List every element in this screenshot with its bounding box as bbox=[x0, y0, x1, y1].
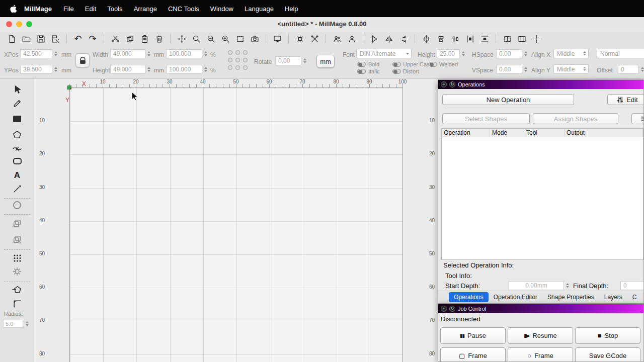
align-vertical-icon[interactable] bbox=[450, 33, 461, 45]
scale-height-stepper[interactable] bbox=[203, 65, 208, 74]
menu-tools[interactable]: Tools bbox=[102, 0, 128, 17]
delete-icon[interactable] bbox=[153, 33, 165, 45]
column-operation[interactable]: Operation bbox=[442, 129, 490, 137]
users-icon[interactable] bbox=[332, 33, 343, 45]
xpos-stepper[interactable] bbox=[53, 49, 58, 58]
array-tool-icon[interactable] bbox=[0, 253, 34, 263]
distribute-horizontal-icon[interactable] bbox=[464, 33, 475, 45]
close-panel-icon[interactable]: × bbox=[441, 306, 447, 312]
save-as-icon[interactable] bbox=[50, 33, 61, 45]
width-stepper[interactable] bbox=[146, 49, 151, 58]
close-panel-icon[interactable]: × bbox=[441, 81, 447, 87]
aspect-lock-button[interactable] bbox=[75, 53, 90, 67]
snap-grid-icon[interactable] bbox=[502, 33, 513, 45]
offset-stepper[interactable] bbox=[639, 65, 644, 74]
apple-menu-icon[interactable] bbox=[6, 5, 20, 13]
center-point-icon[interactable] bbox=[421, 33, 432, 45]
height-field[interactable]: 49.000 bbox=[110, 65, 145, 74]
distribute-vertical-icon[interactable] bbox=[479, 33, 490, 45]
save-gcode-button[interactable]: Save GCode bbox=[575, 347, 640, 362]
radius-stepper[interactable] bbox=[24, 319, 30, 328]
gear-tool-icon[interactable] bbox=[0, 266, 34, 277]
zoom-icon[interactable] bbox=[191, 33, 202, 45]
select-shapes-button[interactable]: Select Shapes bbox=[442, 113, 530, 124]
rounded-rect-tool-icon[interactable] bbox=[0, 158, 34, 164]
menu-app-name[interactable]: MillMage bbox=[20, 5, 58, 13]
font-dropdown[interactable]: DIN Alternate bbox=[356, 49, 412, 58]
bold-toggle[interactable] bbox=[357, 62, 366, 67]
rectangle-tool-icon[interactable] bbox=[0, 116, 34, 122]
settings-gear-icon[interactable] bbox=[294, 33, 305, 45]
tab-cut-off[interactable]: C bbox=[627, 292, 642, 302]
height-stepper[interactable] bbox=[146, 65, 151, 74]
undo-icon[interactable]: ↶ bbox=[72, 33, 84, 45]
vspace-stepper[interactable] bbox=[523, 65, 528, 74]
align-horizontal-icon[interactable] bbox=[435, 33, 446, 45]
final-depth-field[interactable]: 0 bbox=[620, 281, 644, 290]
distort-toggle[interactable] bbox=[392, 69, 401, 74]
start-depth-field[interactable]: 0.00mm bbox=[509, 281, 564, 290]
zoom-in-icon[interactable] bbox=[220, 33, 231, 45]
scale-width-stepper[interactable] bbox=[203, 49, 208, 58]
user-icon[interactable] bbox=[346, 33, 357, 45]
cut-icon[interactable] bbox=[110, 33, 121, 45]
assign-shapes-button[interactable]: Assign Shapes bbox=[533, 113, 618, 124]
hspace-stepper[interactable] bbox=[523, 49, 528, 58]
align-y-dropdown[interactable]: Middle bbox=[553, 64, 589, 74]
node-edit-icon[interactable] bbox=[369, 33, 380, 45]
redo-icon[interactable]: ↷ bbox=[87, 33, 98, 45]
menu-cnc-tools[interactable]: CNC Tools bbox=[163, 0, 205, 17]
collapse-panel-icon[interactable]: ↻ bbox=[449, 81, 455, 87]
menu-window[interactable]: Window bbox=[205, 0, 239, 17]
font-height-stepper[interactable] bbox=[460, 49, 466, 58]
snap-window-icon[interactable] bbox=[516, 33, 527, 45]
edit-operation-button[interactable]: Edit bbox=[607, 94, 644, 105]
tab-layers[interactable]: Layers bbox=[599, 292, 627, 302]
duplicate-shape-tool-icon[interactable] bbox=[0, 234, 34, 244]
copy-icon[interactable] bbox=[124, 33, 135, 45]
move-icon[interactable] bbox=[176, 33, 187, 45]
new-file-icon[interactable] bbox=[6, 33, 17, 45]
mirror-vertical-icon[interactable] bbox=[398, 33, 409, 45]
tab-operations[interactable]: Operations bbox=[449, 292, 489, 302]
display-icon[interactable] bbox=[272, 33, 283, 45]
snap-crosshair-icon[interactable] bbox=[531, 33, 542, 45]
resume-button[interactable]: ▮▶ Resume bbox=[508, 327, 573, 344]
style-dropdown[interactable]: Normal bbox=[597, 49, 644, 58]
column-tool[interactable]: Tool bbox=[524, 129, 565, 137]
operations-table[interactable]: Operation Mode Tool Output bbox=[441, 128, 643, 260]
job-control-titlebar[interactable]: × ↻ Job Control bbox=[438, 304, 643, 313]
rotate-stepper[interactable] bbox=[302, 56, 307, 65]
hspace-field[interactable]: 0.00 bbox=[496, 49, 522, 58]
tab-shape-properties[interactable]: Shape Properties bbox=[542, 292, 599, 302]
scale-width-field[interactable]: 100.000 bbox=[166, 49, 202, 58]
rotate-field[interactable]: 0.00 bbox=[275, 56, 301, 65]
minimize-window-button[interactable] bbox=[16, 21, 22, 27]
radius-field[interactable]: 5.0 bbox=[3, 320, 23, 328]
column-output[interactable]: Output bbox=[565, 129, 643, 137]
operations-panel-titlebar[interactable]: × ↻ Operations bbox=[438, 80, 643, 89]
menu-language[interactable]: Language bbox=[239, 0, 279, 17]
tab-operation-editor[interactable]: Operation Editor bbox=[489, 292, 542, 302]
fillet-tool-icon[interactable] bbox=[0, 299, 34, 309]
zoom-out-icon[interactable] bbox=[205, 33, 216, 45]
column-mode[interactable]: Mode bbox=[490, 129, 524, 137]
collapse-panel-icon[interactable]: ↻ bbox=[449, 306, 455, 312]
shape-list-button[interactable] bbox=[631, 113, 644, 124]
mirror-horizontal-icon[interactable] bbox=[383, 33, 394, 45]
offset-field[interactable]: 0 bbox=[618, 65, 639, 74]
anchor-point-selector[interactable] bbox=[225, 48, 250, 72]
xpos-field[interactable]: 42.500 bbox=[20, 49, 52, 58]
select-tool-icon[interactable] bbox=[0, 84, 34, 95]
polygon-tool-icon[interactable] bbox=[0, 130, 34, 140]
pause-button[interactable]: ▮▮ Pause bbox=[440, 327, 506, 344]
italic-toggle[interactable] bbox=[357, 69, 366, 74]
draw-tool-icon[interactable] bbox=[0, 99, 34, 108]
stop-button[interactable]: ■ Stop bbox=[575, 327, 640, 344]
menu-file[interactable]: File bbox=[58, 0, 79, 17]
document-area[interactable] bbox=[69, 87, 403, 362]
ypos-stepper[interactable] bbox=[53, 65, 58, 74]
frame-square-button[interactable]: ▢ Frame bbox=[440, 347, 506, 362]
line-tool-icon[interactable] bbox=[0, 184, 34, 194]
window-titlebar[interactable]: <untitled> * - MillMage 0.8.00 bbox=[0, 17, 644, 31]
